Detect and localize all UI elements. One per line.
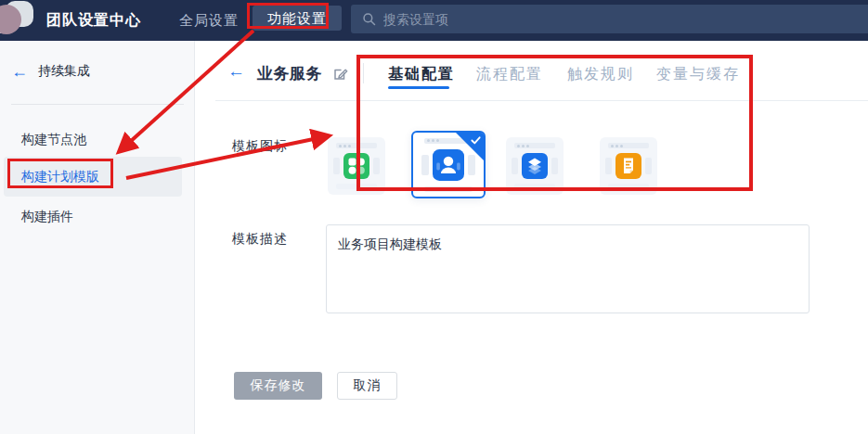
edit-title-icon[interactable] <box>332 66 348 85</box>
nav-item-feature-settings[interactable]: 功能设置 <box>253 6 342 31</box>
mini-window-topbar <box>336 143 377 148</box>
sidebar-item-build-plugin[interactable]: 构建插件 <box>4 198 182 234</box>
template-icon-option-grid[interactable] <box>328 137 385 195</box>
grid-green-icon <box>343 153 369 179</box>
nav-item-global-settings[interactable]: 全局设置 <box>179 0 239 41</box>
app-title: 团队设置中心 <box>46 0 141 41</box>
tab-trigger-rules[interactable]: 触发规则 <box>567 65 634 84</box>
topbar: 团队设置中心 全局设置 功能设置 <box>0 0 868 41</box>
sidebar-item-build-plan-template[interactable]: 构建计划模版 <box>4 157 182 197</box>
sidebar-section-title: 持续集成 <box>38 63 90 80</box>
sidebar: ← 持续集成 构建节点池 构建计划模版 构建插件 <box>0 41 195 434</box>
back-arrow-icon: ← <box>11 63 28 80</box>
mini-window-topbar <box>514 143 555 148</box>
save-changes-button[interactable]: 保存修改 <box>234 372 322 400</box>
template-icon-option-layers[interactable] <box>506 137 564 195</box>
layers-blue-icon <box>522 153 548 179</box>
sidebar-item-build-node-pool[interactable]: 构建节点池 <box>4 121 182 157</box>
template-icon-option-user-selected[interactable] <box>411 131 486 198</box>
tab-flow-config[interactable]: 流程配置 <box>476 65 543 84</box>
check-icon <box>471 135 481 146</box>
document-orange-icon <box>615 153 641 179</box>
settings-search[interactable] <box>351 5 868 33</box>
tab-vars-and-cache[interactable]: 变量与缓存 <box>656 65 740 84</box>
mini-window-topbar <box>608 143 649 148</box>
template-description-input[interactable]: 业务项目构建模板 <box>326 224 810 313</box>
template-description-label: 模板描述 <box>232 231 288 248</box>
active-tab-underline <box>388 86 449 89</box>
sidebar-back-ci[interactable]: ← 持续集成 <box>11 63 90 80</box>
template-icon-label: 模板图标 <box>232 138 288 155</box>
app-window: 团队设置中心 全局设置 功能设置 ← 持续集成 构建节点池 构建计划模版 构建插… <box>0 0 868 434</box>
tab-basic-config[interactable]: 基础配置 <box>388 65 455 84</box>
header-vertical-divider <box>363 63 364 83</box>
app-logo-icon <box>0 0 41 37</box>
cancel-button[interactable]: 取消 <box>337 372 397 400</box>
main-content: ← 业务服务 基础配置 流程配置 触发规则 变量与缓存 模板图标 <box>195 41 868 434</box>
sidebar-divider <box>11 104 184 105</box>
page-back-arrow[interactable]: ← <box>227 62 245 80</box>
page-title: 业务服务 <box>257 63 322 84</box>
search-input[interactable] <box>383 12 773 27</box>
template-icon-option-document[interactable] <box>600 137 657 195</box>
search-icon <box>362 12 376 26</box>
user-blue-icon <box>433 149 464 181</box>
header-divider <box>215 100 868 101</box>
